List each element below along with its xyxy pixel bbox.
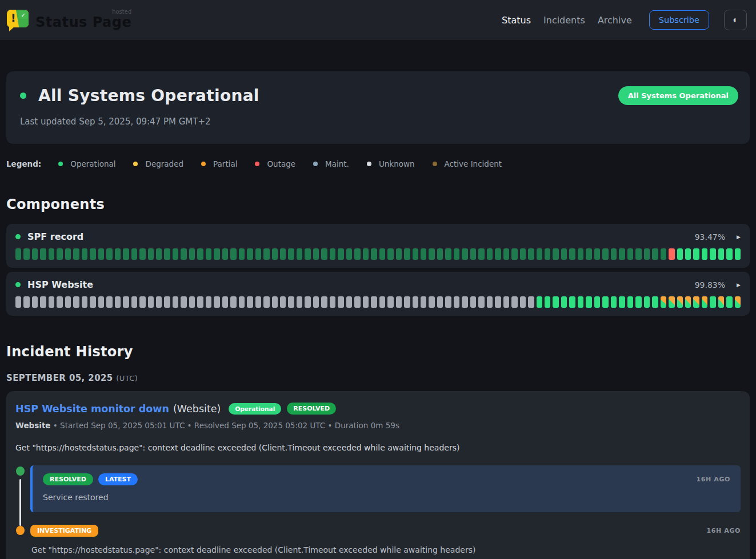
uptime-day-bar[interactable] bbox=[57, 296, 62, 308]
uptime-day-bar[interactable] bbox=[181, 248, 186, 260]
component-header[interactable]: SPF record 93.47% ▶ bbox=[15, 231, 741, 242]
uptime-day-bar[interactable] bbox=[148, 296, 154, 308]
uptime-day-bar[interactable] bbox=[222, 248, 228, 260]
uptime-day-bar[interactable] bbox=[545, 248, 550, 260]
uptime-day-bar[interactable] bbox=[214, 248, 219, 260]
expand-chevron-icon[interactable]: ▶ bbox=[737, 234, 741, 240]
uptime-day-bar[interactable] bbox=[561, 248, 567, 260]
uptime-day-bar[interactable] bbox=[537, 248, 542, 260]
expand-chevron-icon[interactable]: ▶ bbox=[737, 282, 741, 288]
uptime-day-bar[interactable] bbox=[553, 248, 558, 260]
uptime-day-bar[interactable] bbox=[82, 296, 87, 308]
uptime-day-bar[interactable] bbox=[98, 248, 104, 260]
uptime-day-bar[interactable] bbox=[710, 248, 715, 260]
uptime-day-bar[interactable] bbox=[561, 296, 567, 308]
uptime-day-bar[interactable] bbox=[693, 248, 699, 260]
uptime-day-bar[interactable] bbox=[305, 248, 310, 260]
uptime-day-bar[interactable] bbox=[735, 296, 741, 308]
uptime-day-bar[interactable] bbox=[346, 296, 352, 308]
uptime-day-bar[interactable] bbox=[470, 296, 476, 308]
theme-toggle-button[interactable]: ◐ bbox=[724, 10, 747, 30]
uptime-day-bar[interactable] bbox=[297, 296, 302, 308]
uptime-day-bar[interactable] bbox=[371, 296, 377, 308]
uptime-day-bar[interactable] bbox=[528, 248, 534, 260]
uptime-day-bar[interactable] bbox=[387, 248, 393, 260]
uptime-day-bar[interactable] bbox=[346, 248, 352, 260]
uptime-day-bar[interactable] bbox=[164, 296, 170, 308]
uptime-day-bar[interactable] bbox=[511, 248, 517, 260]
uptime-day-bar[interactable] bbox=[379, 296, 385, 308]
uptime-day-bar[interactable] bbox=[495, 248, 501, 260]
uptime-day-bar[interactable] bbox=[115, 248, 121, 260]
uptime-day-bar[interactable] bbox=[23, 248, 29, 260]
uptime-day-bar[interactable] bbox=[594, 248, 600, 260]
uptime-day-bar[interactable] bbox=[280, 248, 286, 260]
uptime-day-bar[interactable] bbox=[594, 296, 600, 308]
uptime-day-bar[interactable] bbox=[15, 248, 21, 260]
uptime-day-bar[interactable] bbox=[462, 248, 467, 260]
uptime-day-bar[interactable] bbox=[487, 248, 493, 260]
uptime-day-bar[interactable] bbox=[520, 248, 526, 260]
uptime-day-bar[interactable] bbox=[313, 296, 319, 308]
uptime-day-bar[interactable] bbox=[15, 296, 21, 308]
uptime-day-bar[interactable] bbox=[57, 248, 62, 260]
uptime-day-bar[interactable] bbox=[181, 296, 186, 308]
uptime-day-bar[interactable] bbox=[173, 296, 178, 308]
uptime-day-bar[interactable] bbox=[421, 248, 426, 260]
uptime-day-bar[interactable] bbox=[338, 248, 343, 260]
uptime-day-bar[interactable] bbox=[206, 248, 211, 260]
uptime-day-bar[interactable] bbox=[90, 296, 95, 308]
uptime-day-bar[interactable] bbox=[627, 296, 633, 308]
uptime-day-bar[interactable] bbox=[197, 248, 203, 260]
uptime-day-bar[interactable] bbox=[354, 248, 360, 260]
uptime-day-bar[interactable] bbox=[635, 296, 641, 308]
uptime-day-bar[interactable] bbox=[197, 296, 203, 308]
uptime-day-bar[interactable] bbox=[40, 296, 46, 308]
uptime-day-bar[interactable] bbox=[710, 296, 715, 308]
nav-archive[interactable]: Archive bbox=[598, 15, 632, 26]
uptime-day-bar[interactable] bbox=[611, 248, 617, 260]
uptime-day-bar[interactable] bbox=[239, 248, 245, 260]
uptime-day-bar[interactable] bbox=[652, 248, 658, 260]
uptime-day-bar[interactable] bbox=[338, 296, 343, 308]
uptime-day-bar[interactable] bbox=[437, 296, 443, 308]
uptime-day-bar[interactable] bbox=[230, 248, 236, 260]
uptime-day-bar[interactable] bbox=[470, 248, 476, 260]
uptime-day-bar[interactable] bbox=[661, 296, 666, 308]
uptime-day-bar[interactable] bbox=[65, 296, 71, 308]
uptime-day-bar[interactable] bbox=[255, 248, 261, 260]
uptime-day-bar[interactable] bbox=[65, 248, 71, 260]
nav-status[interactable]: Status bbox=[502, 15, 531, 26]
uptime-day-bar[interactable] bbox=[702, 296, 707, 308]
uptime-day-bar[interactable] bbox=[537, 296, 542, 308]
brand[interactable]: ! ✓ hosted Status Page bbox=[7, 9, 131, 31]
uptime-day-bar[interactable] bbox=[503, 248, 509, 260]
uptime-day-bar[interactable] bbox=[354, 296, 360, 308]
uptime-day-bar[interactable] bbox=[73, 296, 79, 308]
uptime-day-bar[interactable] bbox=[553, 296, 558, 308]
uptime-day-bar[interactable] bbox=[82, 248, 87, 260]
uptime-day-bar[interactable] bbox=[313, 248, 319, 260]
uptime-day-bar[interactable] bbox=[685, 296, 691, 308]
uptime-day-bar[interactable] bbox=[321, 248, 327, 260]
uptime-day-bar[interactable] bbox=[49, 248, 54, 260]
uptime-day-bar[interactable] bbox=[222, 296, 228, 308]
uptime-day-bar[interactable] bbox=[272, 248, 278, 260]
uptime-day-bar[interactable] bbox=[263, 248, 269, 260]
uptime-day-bar[interactable] bbox=[288, 296, 294, 308]
uptime-day-bar[interactable] bbox=[148, 248, 154, 260]
uptime-day-bar[interactable] bbox=[363, 248, 369, 260]
uptime-day-bar[interactable] bbox=[106, 248, 112, 260]
uptime-day-bar[interactable] bbox=[404, 248, 410, 260]
uptime-day-bar[interactable] bbox=[669, 248, 674, 260]
subscribe-button[interactable]: Subscribe bbox=[649, 10, 709, 30]
uptime-day-bar[interactable] bbox=[661, 248, 666, 260]
uptime-day-bar[interactable] bbox=[330, 296, 335, 308]
uptime-day-bar[interactable] bbox=[445, 248, 451, 260]
uptime-day-bar[interactable] bbox=[189, 296, 195, 308]
uptime-day-bar[interactable] bbox=[421, 296, 426, 308]
uptime-day-bar[interactable] bbox=[478, 296, 484, 308]
uptime-day-bar[interactable] bbox=[602, 248, 608, 260]
uptime-day-bar[interactable] bbox=[735, 248, 741, 260]
uptime-day-bar[interactable] bbox=[247, 296, 253, 308]
